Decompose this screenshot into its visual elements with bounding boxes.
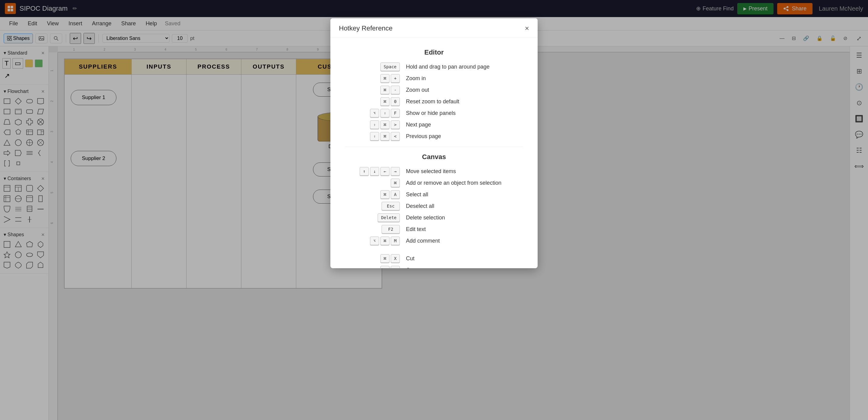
hotkey-keys-copy: ⌘ C <box>345 266 400 268</box>
key-plus: + <box>391 74 400 83</box>
hotkey-keys-select-all: ⌘ A <box>345 190 400 199</box>
hotkey-row-panels: ⌥ ⇧ F Show or hide panels <box>345 109 523 117</box>
key-space: Space <box>380 62 400 71</box>
modal-overlay[interactable]: Hotkey Reference × Editor Space Hold and… <box>0 0 868 420</box>
hotkey-row-space: Space Hold and drag to pan around page <box>345 62 523 71</box>
hotkey-desc-deselect: Deselect all <box>406 203 523 209</box>
key-cmd-1: ⌘ <box>380 74 390 83</box>
hotkey-desc-delete: Delete selection <box>406 215 523 221</box>
key-right: → <box>391 167 400 176</box>
hotkey-keys-deselect: Esc <box>345 202 400 210</box>
hotkey-keys-add-remove: ⌘ <box>345 179 400 187</box>
key-alt-1: ⌥ <box>370 109 379 117</box>
hotkey-keys-prev-page: ⇧ ⌘ < <box>345 132 400 141</box>
key-f2: F2 <box>381 225 400 234</box>
hotkey-row-cut: ⌘ X Cut <box>345 254 523 263</box>
hotkey-keys-panels: ⌥ ⇧ F <box>345 109 400 117</box>
hotkey-row-move: ↑ ↓ ← → Move selected items <box>345 167 523 176</box>
key-up: ↑ <box>360 167 369 176</box>
editor-section-title: Editor <box>345 49 523 56</box>
hotkey-keys-comment: ⌥ ⌘ M <box>345 237 400 245</box>
hotkey-row-add-remove: ⌘ Add or remove an object from selection <box>345 179 523 187</box>
modal-body: Editor Space Hold and drag to pan around… <box>330 37 538 268</box>
hotkey-keys-zoom-in: ⌘ + <box>345 74 400 83</box>
key-cmd-10: ⌘ <box>380 266 390 268</box>
key-minus: - <box>391 86 400 94</box>
hotkey-row-delete: Delete Delete selection <box>345 213 523 222</box>
key-a: A <box>391 190 400 199</box>
key-c: C <box>391 266 400 268</box>
arrow-keys-cluster: ↑ ↓ ← → <box>360 167 400 176</box>
hotkey-row-edit-text: F2 Edit text <box>345 225 523 234</box>
hotkey-keys-zoom-reset: ⌘ 0 <box>345 97 400 106</box>
modal-header: Hotkey Reference × <box>330 18 538 37</box>
key-gt: > <box>391 120 400 129</box>
hotkey-keys-zoom-out: ⌘ - <box>345 86 400 94</box>
hotkey-keys-move: ↑ ↓ ← → <box>345 167 400 176</box>
key-shift-2: ⇧ <box>370 120 379 129</box>
key-cmd-4: ⌘ <box>380 120 390 129</box>
key-down: ↓ <box>370 167 379 176</box>
key-esc: Esc <box>381 202 400 210</box>
hotkey-keys-edit-text: F2 <box>345 225 400 234</box>
hotkey-desc-space: Hold and drag to pan around page <box>406 64 523 70</box>
key-cmd-7: ⌘ <box>380 190 390 199</box>
hotkey-keys-next-page: ⇧ ⌘ > <box>345 120 400 129</box>
hotkey-desc-edit-text: Edit text <box>406 226 523 233</box>
key-0: 0 <box>391 97 400 106</box>
hotkey-row-comment: ⌥ ⌘ M Add comment <box>345 237 523 245</box>
key-cmd-3: ⌘ <box>380 97 390 106</box>
key-alt-2: ⌥ <box>370 237 379 245</box>
hotkey-modal: Hotkey Reference × Editor Space Hold and… <box>330 18 538 268</box>
key-left: ← <box>380 167 390 176</box>
section-sep <box>345 147 523 147</box>
key-cmd-5: ⌘ <box>380 132 390 141</box>
key-delete: Delete <box>378 213 400 222</box>
hotkey-desc-move: Move selected items <box>406 168 523 175</box>
hotkey-desc-next-page: Next page <box>406 122 523 128</box>
hotkey-row-prev-page: ⇧ ⌘ < Previous page <box>345 132 523 141</box>
hotkey-desc-panels: Show or hide panels <box>406 110 523 116</box>
hotkey-keys-cut: ⌘ X <box>345 254 400 263</box>
hotkey-desc-prev-page: Previous page <box>406 133 523 140</box>
hotkey-row-copy: ⌘ C Copy <box>345 266 523 268</box>
key-f: F <box>391 109 400 117</box>
key-cmd-2: ⌘ <box>380 86 390 94</box>
hotkey-row-zoom-in: ⌘ + Zoom in <box>345 74 523 83</box>
hotkey-desc-add-remove: Add or remove an object from selection <box>406 180 523 186</box>
hotkey-keys-delete: Delete <box>345 213 400 222</box>
hotkey-desc-comment: Add comment <box>406 238 523 244</box>
key-lt: < <box>391 132 400 141</box>
modal-close-button[interactable]: × <box>525 25 529 32</box>
key-shift-3: ⇧ <box>370 132 379 141</box>
key-cmd-9: ⌘ <box>380 254 390 263</box>
hotkey-row-select-all: ⌘ A Select all <box>345 190 523 199</box>
hotkey-desc-zoom-reset: Reset zoom to default <box>406 98 523 105</box>
key-shift-1: ⇧ <box>380 109 390 117</box>
hotkey-row-zoom-reset: ⌘ 0 Reset zoom to default <box>345 97 523 106</box>
modal-title: Hotkey Reference <box>339 24 393 32</box>
hotkey-row-next-page: ⇧ ⌘ > Next page <box>345 120 523 129</box>
key-x: X <box>391 254 400 263</box>
key-cmd-6: ⌘ <box>391 179 400 187</box>
key-cmd-8: ⌘ <box>380 237 390 245</box>
hotkey-desc-zoom-out: Zoom out <box>406 87 523 93</box>
hotkey-row-deselect: Esc Deselect all <box>345 202 523 210</box>
hotkey-desc-copy: Copy <box>406 267 523 269</box>
hotkey-desc-zoom-in: Zoom in <box>406 75 523 82</box>
canvas-section-title: Canvas <box>345 153 523 161</box>
hotkey-desc-cut: Cut <box>406 256 523 262</box>
hotkey-row-zoom-out: ⌘ - Zoom out <box>345 86 523 94</box>
hotkey-keys-space: Space <box>345 62 400 71</box>
key-m: M <box>391 237 400 245</box>
hotkey-desc-select-all: Select all <box>406 191 523 198</box>
